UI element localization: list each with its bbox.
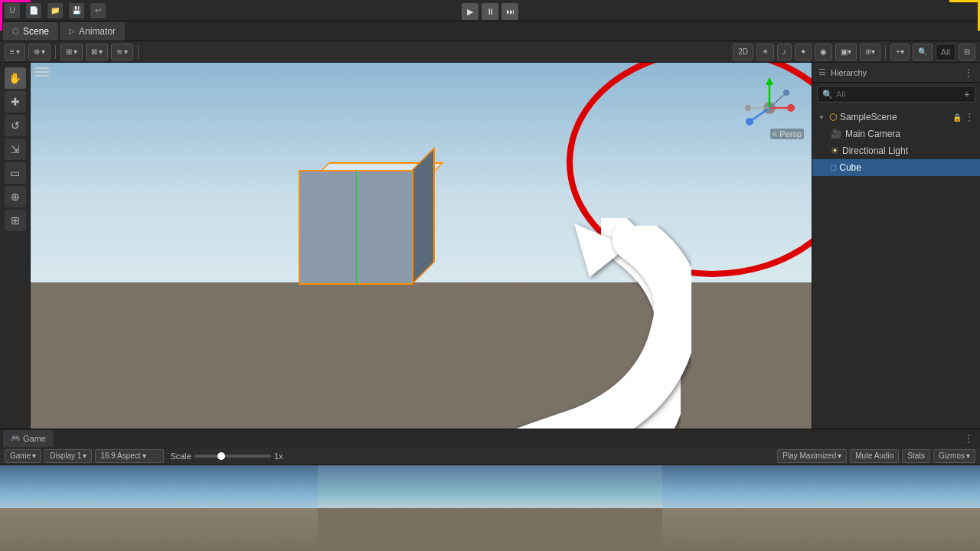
svg-point-2 — [787, 104, 795, 112]
tree-arrow-scene: ▼ — [818, 114, 825, 121]
tool-universal[interactable]: ⊕ — [5, 186, 26, 207]
anim-btn[interactable]: ≋▾ — [111, 44, 133, 60]
scale-label: Scale — [170, 452, 191, 461]
hierarchy-header: ☰ Hierarchy ⋮ — [812, 63, 980, 83]
play-button[interactable]: ▶ — [462, 3, 479, 20]
file-icon[interactable]: 📄 — [26, 3, 41, 18]
hierarchy-item-samplescene[interactable]: ▼ ⬡ SampleScene 🔒 ⋮ — [812, 109, 980, 126]
game-tab[interactable]: 🎮 Game — [3, 430, 54, 447]
add-btn[interactable]: +▾ — [890, 44, 910, 60]
gizmos-label: Gizmos — [939, 452, 965, 460]
anim-icon: ≋ — [116, 47, 122, 56]
aspect-dropdown[interactable]: 16:9 Aspect ▾ — [95, 449, 164, 463]
folder-icon[interactable]: 📁 — [47, 3, 63, 18]
scene-toolbar: ≡▾ ⊕▾ ⊞▾ ⊠▾ ≋▾ 2D ☀ ♪ ✦ ◉ ▣▾ ⊛▾ +▾ 🔍 All… — [0, 41, 980, 63]
cube-3d-object[interactable] — [299, 162, 429, 285]
game-dropdown[interactable]: Game ▾ — [5, 449, 41, 463]
pause-button[interactable]: ⏸ — [482, 3, 498, 20]
gizmos-arrow: ▾ — [966, 452, 970, 460]
aspect-dropdown-arrow: ▾ — [142, 452, 146, 460]
play-maximized-arrow: ▾ — [838, 452, 841, 460]
scene-label: SampleScene — [840, 112, 949, 122]
search-btn[interactable]: 🔍 — [913, 44, 933, 60]
snap-icon: ⊠ — [91, 47, 97, 56]
hierarchy-item-main-camera[interactable]: 🎥 Main Camera — [812, 126, 980, 142]
hierarchy-title: Hierarchy — [831, 68, 867, 77]
display-btn[interactable]: ▣▾ — [835, 44, 857, 60]
gizmo-svg — [739, 74, 800, 135]
tool-custom[interactable]: ⊞ — [5, 210, 26, 231]
search-input[interactable]: All — [936, 44, 956, 60]
display-dropdown-arrow: ▾ — [83, 452, 87, 460]
light-label: Directional Light — [842, 145, 908, 156]
step-button[interactable]: ⏭ — [501, 3, 518, 20]
settings-btn[interactable]: ⊟ — [959, 44, 975, 60]
gizmos-game-btn[interactable]: Gizmos ▾ — [933, 449, 975, 463]
light-icon: ☀ — [831, 145, 839, 156]
cube-center-line — [356, 170, 357, 285]
svg-point-6 — [746, 118, 753, 126]
viewport-menu-btn[interactable] — [35, 67, 49, 77]
hierarchy-search-bar[interactable]: 🔍 All + — [817, 86, 975, 103]
save-icon[interactable]: 💾 — [69, 3, 84, 18]
tool-move[interactable]: ✚ — [5, 91, 26, 112]
hierarchy-icon: ☰ — [818, 67, 826, 77]
menu-line-1 — [35, 67, 49, 69]
scene-tab-icon: ⬡ — [12, 27, 19, 35]
tool-rotate[interactable]: ↺ — [5, 115, 26, 136]
tool-scale[interactable]: ⇲ — [5, 139, 26, 160]
play-maximized-label: Play Maximized — [782, 452, 836, 460]
light-btn[interactable]: ☀ — [756, 44, 774, 60]
grid-btn[interactable]: ⊞▾ — [60, 44, 83, 60]
audio-btn[interactable]: ♪ — [777, 44, 792, 60]
game-preview-inner — [318, 465, 662, 551]
game-more-btn[interactable]: ⋮ — [963, 432, 974, 445]
play-maximized-btn[interactable]: Play Maximized ▾ — [777, 449, 847, 463]
aspect-label: 16:9 Aspect — [100, 452, 140, 460]
fx-btn[interactable]: ✦ — [795, 44, 812, 60]
cube-icon: □ — [831, 162, 836, 173]
scale-slider[interactable] — [194, 455, 271, 458]
mute-audio-label: Mute Audio — [855, 452, 893, 460]
hidden-btn[interactable]: ◉ — [815, 44, 832, 60]
globe-btn[interactable]: ⊕▾ — [28, 44, 51, 60]
animator-tab-label: Animator — [79, 26, 116, 37]
plus-btn[interactable]: + — [964, 88, 970, 100]
search-icon: 🔍 — [822, 90, 833, 99]
display-dropdown[interactable]: Display 1 ▾ — [44, 449, 92, 463]
view-2d-btn[interactable]: 2D — [733, 44, 753, 60]
search-all-text: All — [836, 90, 845, 99]
stats-btn[interactable]: Stats — [902, 449, 930, 463]
display-dropdown-label: Display 1 — [50, 452, 81, 460]
hierarchy-item-directional-light[interactable]: ☀ Directional Light — [812, 142, 980, 159]
snap-btn[interactable]: ⊠▾ — [86, 44, 108, 60]
gizmos-btn[interactable]: ⊛▾ — [860, 44, 880, 60]
stats-label: Stats — [907, 452, 925, 460]
svg-point-8 — [745, 105, 751, 111]
game-tab-label: Game — [23, 434, 46, 443]
undo-icon[interactable]: ↩ — [90, 3, 106, 18]
transform-btn[interactable]: ≡▾ — [5, 44, 25, 60]
tab-animator[interactable]: ▷ Animator — [60, 22, 125, 41]
game-preview — [0, 465, 980, 551]
cube-mesh — [299, 162, 429, 285]
svg-point-10 — [783, 90, 789, 96]
tab-scene[interactable]: ⬡ Scene — [3, 22, 58, 41]
unity-logo-icon[interactable]: U — [5, 3, 20, 18]
svg-line-9 — [769, 94, 785, 108]
tool-rect[interactable]: ▭ — [5, 162, 26, 184]
game-dropdown-arrow: ▾ — [32, 452, 36, 460]
toolbar-separator-3 — [885, 45, 886, 59]
scene-more-btn[interactable]: ⋮ — [965, 112, 974, 122]
transform-icon: ≡ — [10, 47, 15, 56]
camera-icon: 🎥 — [831, 129, 842, 139]
scene-gizmo-widget[interactable]: < Persp — [735, 70, 804, 139]
tool-hand[interactable]: ✋ — [5, 67, 26, 89]
camera-label: Main Camera — [845, 129, 900, 139]
animator-tab-icon: ▷ — [69, 27, 75, 35]
hierarchy-item-cube[interactable]: □ Cube — [812, 159, 980, 176]
mute-audio-btn[interactable]: Mute Audio — [850, 449, 899, 463]
search-all-label: All — [941, 47, 950, 57]
hierarchy-more-btn[interactable]: ⋮ — [963, 67, 974, 79]
toolbar-separator-2 — [138, 45, 139, 59]
